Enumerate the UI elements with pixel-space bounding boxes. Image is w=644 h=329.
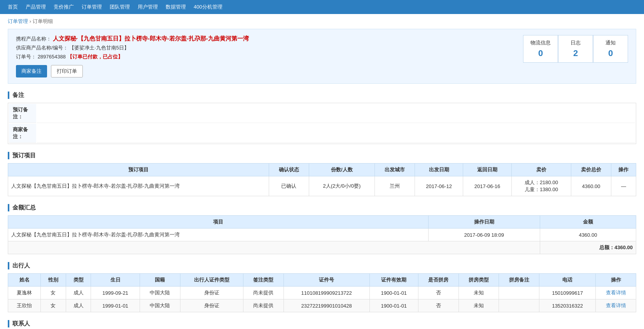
traveler-row-1: 王欣怡 女 成人 1999-01-01 中国大陆 身份证 尚未提供 232722… <box>8 299 636 312</box>
col-phone: 电话 <box>539 274 596 287</box>
traveler-1-phone: 13520316322 <box>539 299 596 312</box>
supplier-name-row: 供应商产品名称/编号： 【婆娑净土·九色甘南5日】 <box>16 44 523 51</box>
nav-bidding[interactable]: 竞价推广 <box>54 4 74 11</box>
traveler-1-id-no: 232722199901010428 <box>284 299 369 312</box>
traveler-1-id-expiry: 1900-01-01 <box>369 299 418 312</box>
contact-title: 联系人 <box>8 320 636 327</box>
traveler-0-room-type: 未知 <box>458 287 499 299</box>
traveler-0-visa-type: 尚未提供 <box>243 287 284 299</box>
traveler-0-room-note <box>499 287 539 299</box>
merchant-note-label: 商家备注： <box>9 124 36 143</box>
breadcrumb: 订单管理 › 订单明细 <box>0 14 644 29</box>
merchant-note-button[interactable]: 商家备注 <box>16 65 47 77</box>
col-nationality: 国籍 <box>140 274 180 287</box>
traveler-0-phone: 15010999617 <box>539 287 596 299</box>
traveler-0-action[interactable]: 查看详情 <box>596 287 636 299</box>
traveler-0-type: 成人 <box>66 287 91 299</box>
nav-data[interactable]: 数据管理 <box>166 4 186 11</box>
notice-stat: 通知 0 <box>593 35 628 63</box>
traveler-0-id-type: 身份证 <box>180 287 243 299</box>
traveler-1-action[interactable]: 查看详情 <box>596 299 636 312</box>
notes-table: 预订备注： 商家备注： <box>8 103 636 144</box>
reservation-title: 预订项目 <box>8 152 636 159</box>
amount-total-row: 总额：4360.00 <box>8 241 636 254</box>
traveler-0-id-expiry: 1900-01-01 <box>369 287 418 299</box>
total-value-text: 4360.00 <box>614 245 633 250</box>
product-name-row: 携程产品名称： 人文探秘·【九色甘南五日】拉卜楞寺-郎木寺-若尔盖-扎尕那-九曲… <box>16 35 523 42</box>
col-depart-date: 出发日期 <box>415 164 463 176</box>
nav-order[interactable]: 订单管理 <box>82 4 102 11</box>
col-gender: 性别 <box>41 274 66 287</box>
reservation-count: 2人(2大/0小/0婴) <box>309 176 375 196</box>
col-confirm-status: 确认状态 <box>269 164 309 176</box>
traveler-1-id-type: 身份证 <box>180 299 243 312</box>
order-no-label: 订单号： <box>16 54 36 60</box>
amount-header-row: 项目 操作日期 金额 <box>8 216 636 229</box>
amount-total-value: 总额：4360.00 <box>540 241 636 254</box>
col-id-expiry: 证件有效期 <box>369 274 418 287</box>
reservation-item-name: 人文探秘【九色甘南五日】拉卜楞寺-郎木寺-若尔盖-扎尕那-九曲黄河第一湾 <box>8 176 269 196</box>
logistics-label: 物流信息 <box>529 39 552 46</box>
traveler-1-type: 成人 <box>66 299 91 312</box>
nav-team[interactable]: 团队管理 <box>110 4 130 11</box>
main-content: 携程产品名称： 人文探秘·【九色甘南五日】拉卜楞寺-郎木寺-若尔盖-扎尕那-九曲… <box>0 29 644 329</box>
nav-product[interactable]: 产品管理 <box>26 4 46 11</box>
col-reservation-item: 预订项目 <box>8 164 269 176</box>
travelers-title: 出行人 <box>8 262 636 269</box>
breadcrumb-current: 订单明细 <box>33 18 53 24</box>
reservation-header-row: 预订项目 确认状态 份数/人数 出发城市 出发日期 返回日期 卖价 卖价总价 操… <box>8 164 636 176</box>
traveler-1-room-note <box>499 299 539 312</box>
notice-label: 通知 <box>599 39 622 46</box>
col-id-type: 出行人证件类型 <box>180 274 243 287</box>
traveler-0-detail-link[interactable]: 查看详情 <box>606 290 626 296</box>
traveler-1-detail-link[interactable]: 查看详情 <box>606 303 626 308</box>
breadcrumb-separator: › <box>30 18 33 24</box>
supplier-name: 【婆娑净土·九色甘南5日】 <box>69 45 129 51</box>
traveler-row-0: 夏逸林 女 成人 1999-09-21 中国大陆 身份证 尚未提供 110108… <box>8 287 636 299</box>
traveler-0-gender: 女 <box>41 287 66 299</box>
notes-title: 备注 <box>8 91 636 99</box>
merchant-note-value <box>37 124 635 143</box>
price-child: 儿童：1380.00 <box>515 186 568 193</box>
reservation-row: 人文探秘【九色甘南五日】拉卜楞寺-郎木寺-若尔盖-扎尕那-九曲黄河第一湾 已确认… <box>8 176 636 196</box>
reservation-end-date: 2017-06-16 <box>463 176 511 196</box>
order-no: 2897654388 <box>38 54 66 60</box>
traveler-1-nationality: 中国大陆 <box>140 299 180 312</box>
col-room-type: 拼房类型 <box>458 274 499 287</box>
traveler-1-room-type: 未知 <box>458 299 499 312</box>
col-visa-type: 签注类型 <box>243 274 284 287</box>
col-birthday: 生日 <box>91 274 140 287</box>
col-depart-city: 出发城市 <box>375 164 415 176</box>
traveler-1-share-room: 否 <box>418 299 459 312</box>
traveler-0-share-room: 否 <box>418 287 459 299</box>
col-traveler-action: 操作 <box>596 274 636 287</box>
travelers-table: 姓名 性别 类型 生日 国籍 出行人证件类型 签注类型 证件号 证件有效期 是否… <box>8 273 636 312</box>
order-no-row: 订单号： 2897654388 【订单已付款，已占位】 <box>16 53 523 60</box>
col-amount-item: 项目 <box>8 216 429 229</box>
merchant-note-row: 商家备注： <box>9 124 635 143</box>
contact-section: 联系人 <box>8 320 636 327</box>
order-buttons: 商家备注 打印订单 <box>16 65 523 77</box>
traveler-1-birthday: 1999-01-01 <box>91 299 140 312</box>
product-label: 携程产品名称： <box>16 36 51 42</box>
pre-order-note-row: 预订备注： <box>9 104 635 123</box>
traveler-0-birthday: 1999-09-21 <box>91 287 140 299</box>
col-id-no: 证件号 <box>284 274 369 287</box>
travelers-header-row: 姓名 性别 类型 生日 国籍 出行人证件类型 签注类型 证件号 证件有效期 是否… <box>8 274 636 287</box>
top-navigation: 首页 产品管理 竞价推广 订单管理 团队管理 用户管理 数据管理 400分机管理 <box>0 0 644 14</box>
nav-home[interactable]: 首页 <box>8 4 18 11</box>
reservation-table: 预订项目 确认状态 份数/人数 出发城市 出发日期 返回日期 卖价 卖价总价 操… <box>8 163 636 196</box>
reservation-section: 预订项目 预订项目 确认状态 份数/人数 出发城市 出发日期 返回日期 卖价 卖… <box>8 152 636 196</box>
traveler-0-id-no: 110108199909213722 <box>284 287 369 299</box>
log-label: 日志 <box>564 39 587 46</box>
nav-ext[interactable]: 400分机管理 <box>194 4 222 11</box>
amount-total-label <box>8 241 540 254</box>
print-order-button[interactable]: 打印订单 <box>51 65 83 77</box>
breadcrumb-parent[interactable]: 订单管理 <box>8 18 28 24</box>
reservation-total: 4360.00 <box>571 176 611 196</box>
reservation-action: — <box>611 176 636 196</box>
col-total-price: 卖价总价 <box>571 164 611 176</box>
nav-user[interactable]: 用户管理 <box>138 4 158 11</box>
logistics-stat: 物流信息 0 <box>523 35 558 63</box>
traveler-0-nationality: 中国大陆 <box>140 287 180 299</box>
